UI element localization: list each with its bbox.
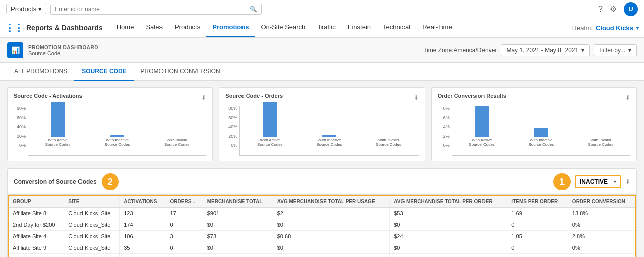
conversion-title: Conversion of Source Codes [14,178,97,185]
bar-active-orders [263,102,277,137]
date-range-value: May 1, 2021 - May 8, 2021 [506,47,578,54]
col-merch-total[interactable]: MERCHANDISE TOTAL [203,196,273,208]
nav-item-promotions[interactable]: Promotions [206,18,255,37]
top-bar-actions: ? ⚙ U [598,2,638,16]
nav-item-home[interactable]: Home [111,18,140,37]
bar-group-orders-3: With InvalidSource Codes [374,136,404,147]
bar-inactive-conv [534,128,548,137]
realm-chevron-icon[interactable]: ▾ [636,25,639,31]
nav-item-sales[interactable]: Sales [140,18,169,37]
sub-header-left: 📊 PROMOTION DASHBOARD Source Code [7,42,98,58]
tab-all-promotions[interactable]: ALL PROMOTIONS [7,63,74,81]
product-selector-chevron: ▾ [38,5,42,13]
sub-header-titles: PROMOTION DASHBOARD Source Code [28,45,98,56]
col-orders[interactable]: ORDERS ↓ [166,196,203,208]
conversion-controls: 1 INACTIVE ACTIVE ⬇ [553,173,630,190]
sub-header: 📊 PROMOTION DASHBOARD Source Code Time Z… [0,38,644,63]
bar-group-conv-2: With InactiveSource Codes [526,128,556,147]
conversion-table: GROUP SITE ACTIVATIONS ORDERS ↓ MERCHAND… [9,196,635,257]
col-group: GROUP [9,196,64,208]
tab-promotion-conversion[interactable]: PROMOTION CONVERSION [134,63,227,81]
conversion-section: Conversion of Source Codes 2 1 INACTIVE … [7,168,637,257]
chart-activations-bars: With ActiveSource Codes With InactiveSou… [28,106,206,156]
avatar[interactable]: U [624,2,638,16]
nav-item-einstein[interactable]: Einstein [342,18,377,37]
sort-icon: ↓ [193,199,195,204]
settings-icon[interactable]: ⚙ [610,4,617,14]
nav-item-traffic[interactable]: Traffic [311,18,341,37]
inactive-select[interactable]: INACTIVE ACTIVE [575,175,621,188]
bar-inactive-activations [110,135,124,137]
realm-label: Realm: [572,24,593,32]
table-row: Affiliate Site 9Cloud Kicks_Site350$0$0$… [9,242,635,254]
nav-item-on-site-search[interactable]: On-Site Search [255,18,311,37]
bar-invalid-activations [170,136,184,137]
chart-orders-yaxis: 80% 60% 40% 20% 0% [225,106,239,156]
date-range-button[interactable]: May 1, 2021 - May 8, 2021 ▾ [501,44,590,56]
chart-conversion-body: 8% 6% 4% 2% 0% With ActiveSource Codes W… [438,106,630,156]
conversion-header: Conversion of Source Codes 2 1 INACTIVE … [8,169,636,195]
table-row: Affiliate Site 8Cloud Kicks_Site12317$90… [9,208,635,219]
main-content: Source Code - Activations ⬇ 80% 60% 40% … [0,81,644,257]
bar-group-orders-1: With ActiveSource Codes [255,102,285,147]
sub-header-right: Time Zone:America/Denver May 1, 2021 - M… [423,44,637,56]
bar-active-activations [51,102,65,137]
chart-conversion-yaxis: 8% 6% 4% 2% 0% [438,106,452,156]
chart-activations-body: 80% 60% 40% 20% 0% With ActiveSource Cod… [14,106,206,156]
nav-item-realtime[interactable]: Real-Time [416,18,458,37]
nav-item-technical[interactable]: Technical [377,18,416,37]
table-row: Affiliate Site 4Cloud Kicks_Site1063$73$… [9,231,635,242]
callout-badge-2: 2 [102,173,119,190]
dashboard-icon: 📊 [7,42,23,58]
bar-group-orders-2: With InactiveSource Codes [314,135,344,147]
nav-brand: ⋮⋮ Reports & Dashboards [5,22,103,33]
top-bar: Products ▾ 🔍 ? ⚙ U [0,0,644,18]
conversion-header-left: Conversion of Source Codes 2 [14,173,119,190]
tab-source-code[interactable]: SOURCE CODE [74,63,133,81]
sub-header-subtitle: Source Code [28,50,98,56]
nav-realm: Realm: Cloud Kicks ▾ [572,24,639,32]
sub-header-title: PROMOTION DASHBOARD [28,45,98,50]
nav-bar: ⋮⋮ Reports & Dashboards Home Sales Produ… [0,18,644,38]
product-selector-label: Products [11,5,36,13]
bar-inactive-orders [322,135,336,137]
table-border: GROUP SITE ACTIVATIONS ORDERS ↓ MERCHAND… [8,195,636,257]
table-row: Affiliate Site 1Cloud Kicks_Site90$0$0$0… [9,254,635,258]
brand-label: Reports & Dashboards [26,24,103,32]
bar-invalid-conv [594,136,608,137]
chart-orders-download-icon[interactable]: ⬇ [414,94,419,101]
col-order-conv[interactable]: ORDER CONVERSION [568,196,635,208]
tab-bar: ALL PROMOTIONS SOURCE CODE PROMOTION CON… [0,63,644,81]
chart-conversion-title: Order Conversion Results [438,93,506,99]
chart-conversion-download-icon[interactable]: ⬇ [625,94,630,101]
col-items-per-order[interactable]: ITEMS PER ORDER [507,196,568,208]
bar-active-conv [475,106,489,137]
inactive-select-wrapper: INACTIVE ACTIVE [575,175,621,188]
bar-group-conv-3: With InvalidSource Codes [586,136,616,147]
timezone-label: Time Zone:America/Denver [423,47,497,54]
chart-activations-yaxis: 80% 60% 40% 20% 0% [14,106,28,156]
col-site: SITE [64,196,120,208]
bar-group-1: With ActiveSource Codes [43,102,73,147]
filter-button[interactable]: Filter by... ▾ [594,44,637,56]
filter-label: Filter by... [599,47,625,54]
col-activations[interactable]: ACTIVATIONS [120,196,166,208]
col-avg-usage[interactable]: AVG MERCHANDISE TOTAL PER USAGE [273,196,390,208]
callout-badge-1: 1 [553,173,571,190]
chart-activations-download-icon[interactable]: ⬇ [201,94,206,101]
conversion-download-icon[interactable]: ⬇ [625,178,630,185]
search-input[interactable] [55,6,247,13]
nav-item-products[interactable]: Products [169,18,206,37]
chart-activations-title: Source Code - Activations [14,93,83,99]
product-selector[interactable]: Products ▾ [6,4,46,14]
help-icon[interactable]: ? [598,5,603,14]
bar-group-2: With InactiveSource Codes [102,135,132,147]
filter-chevron-icon: ▾ [628,47,631,54]
charts-row: Source Code - Activations ⬇ 80% 60% 40% … [7,87,637,161]
chart-conversion-bars: With ActiveSource Codes With InactiveSou… [452,106,630,156]
realm-value[interactable]: Cloud Kicks [596,24,633,32]
chart-orders: Source Code - Orders ⬇ 80% 60% 40% 20% 0… [219,87,425,161]
col-avg-order[interactable]: AVG MERCHANDISE TOTAL PER ORDER [390,196,507,208]
nav-items: Home Sales Products Promotions On-Site S… [111,18,458,37]
table-row: 2nd Day for $200Cloud Kicks_Site1740$0$0… [9,219,635,231]
